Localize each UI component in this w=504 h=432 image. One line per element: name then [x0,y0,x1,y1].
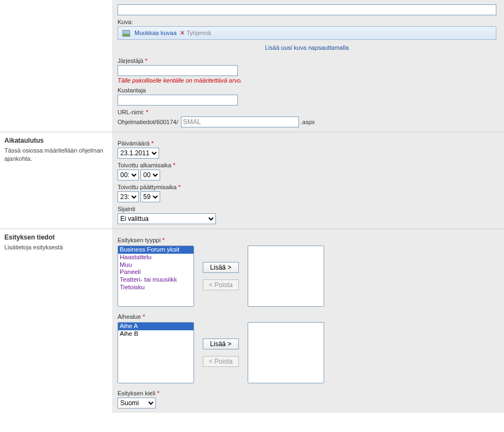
start-hour-select[interactable]: 00: [118,170,139,180]
start-time-label: Toivottu alkamisaika * [118,162,496,168]
url-input[interactable] [181,116,299,127]
edit-image-link[interactable]: Muokkaa kuvaa [134,30,177,36]
add-image-link[interactable]: Lisää uusi kuva napsauttamalla [265,44,349,51]
topic-target-list[interactable] [248,322,324,383]
scheduling-title: Aikataulutus [4,137,107,144]
publisher-label: Kustantaja [118,87,496,94]
date-select[interactable]: 23.1.2011 [118,148,159,159]
type-label: Esityksen tyyppi * [118,237,496,243]
content-frame[interactable] [118,4,496,15]
topic-source-list[interactable]: Aihe A Aihe B [118,322,194,383]
scheduling-desc: Tässä osiossa määritellään ohjelman ajan… [4,147,107,163]
url-label: URL-nimi: * [118,109,496,115]
type-source-list[interactable]: Business Forum yksit Haastattelu Muu Pan… [118,246,194,307]
topic-remove-button[interactable]: < Poista [203,356,239,367]
location-select[interactable]: Ei valittua [118,213,216,224]
publisher-input[interactable] [118,95,238,106]
image-icon [122,30,130,37]
url-suffix: .aspx [301,119,315,125]
organizer-input[interactable] [118,65,238,76]
presentation-title: Esityksen tiedot [4,233,107,241]
url-prefix: Ohjelmatiedot/600174/ [118,119,178,125]
topic-label: Aihealue * [118,313,496,320]
type-remove-button[interactable]: < Poista [203,279,239,290]
organizer-error: Tälle pakolliselle kentälle on määritett… [118,77,496,84]
start-min-select[interactable]: 00 [140,170,160,180]
organizer-label: Järjestäjä * [118,57,496,64]
end-time-label: Toivottu päättymisaika * [118,184,496,190]
image-label: Kuva: [118,19,496,25]
clear-icon: ✕ [180,30,185,36]
date-label: Päivämäärä * [118,140,496,147]
type-target-list[interactable] [248,246,324,307]
topic-add-button[interactable]: Lisää > [203,338,239,349]
end-min-select[interactable]: 59 [140,191,160,202]
location-label: Sijainti [118,206,496,212]
clear-image-link[interactable]: Tyhjennä [186,30,211,36]
lang-label: Esityksen kieli * [118,390,496,396]
presentation-desc: Lisätietoja esityksestä [4,243,107,252]
empty-left [0,0,112,132]
end-hour-select[interactable]: 23: [118,191,139,202]
image-edit-box: Muokkaa kuvaa ✕Tyhjennä [118,26,496,40]
type-add-button[interactable]: Lisää > [203,262,239,273]
lang-select[interactable]: Suomi [118,398,156,408]
